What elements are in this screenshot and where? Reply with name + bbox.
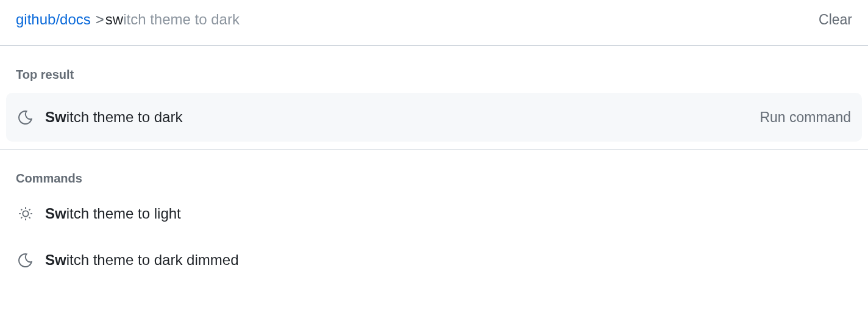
command-switch-theme-dark-dimmed[interactable]: Switch theme to dark dimmed [6,237,862,283]
svg-point-0 [23,211,28,216]
query-completion: itch theme to dark [123,11,240,28]
rest-fragment: itch theme to light [66,205,181,222]
top-result-section: Switch theme to dark Run command [0,82,868,142]
command-chevron: > [96,11,104,28]
svg-line-7 [21,217,22,219]
svg-line-5 [21,209,22,210]
moon-icon [17,252,34,269]
match-fragment: Sw [45,252,66,268]
command-switch-theme-light[interactable]: Switch theme to light [6,190,862,237]
result-switch-theme-dark[interactable]: Switch theme to dark Run command [6,93,862,142]
svg-line-6 [29,217,30,219]
result-title: Switch theme to dark [45,109,760,126]
result-title: Switch theme to light [45,205,851,222]
top-result-label: Top result [0,46,868,82]
query-input[interactable]: > switch theme to dark [96,11,819,28]
svg-line-8 [29,209,30,210]
moon-icon [17,109,34,126]
query-typed: sw [105,11,123,28]
scope-chip[interactable]: github/docs [16,11,91,28]
command-palette-header: github/docs > switch theme to dark Clear [0,0,868,45]
result-title: Switch theme to dark dimmed [45,252,851,269]
commands-section: Switch theme to light Switch theme to da… [0,186,868,283]
match-fragment: Sw [45,205,66,222]
rest-fragment: itch theme to dark [66,109,183,125]
clear-button[interactable]: Clear [819,12,852,28]
result-action: Run command [760,109,851,126]
match-fragment: Sw [45,109,66,125]
sun-icon [17,205,34,222]
rest-fragment: itch theme to dark dimmed [66,252,239,268]
command-palette: github/docs > switch theme to dark Clear… [0,0,868,283]
commands-label: Commands [0,150,868,186]
